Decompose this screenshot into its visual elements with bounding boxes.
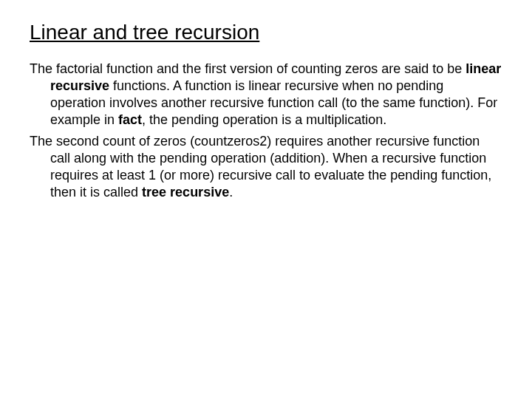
p2-text-a: The second count of zeros (countzeros2) … (30, 134, 491, 200)
paragraph-2: The second count of zeros (countzeros2) … (30, 133, 502, 201)
p2-bold-tree-recursive: tree recursive (142, 185, 229, 200)
p1-text-e: , the pending operation is a multiplicat… (142, 112, 386, 127)
slide: Linear and tree recursion The factorial … (0, 0, 532, 399)
p1-bold-fact: fact (118, 112, 142, 127)
slide-title: Linear and tree recursion (30, 21, 502, 44)
p1-text-a: The factorial function and the first ver… (30, 61, 466, 76)
paragraph-1: The factorial function and the first ver… (30, 61, 502, 129)
p2-text-c: . (229, 185, 233, 200)
slide-body: The factorial function and the first ver… (30, 61, 502, 201)
